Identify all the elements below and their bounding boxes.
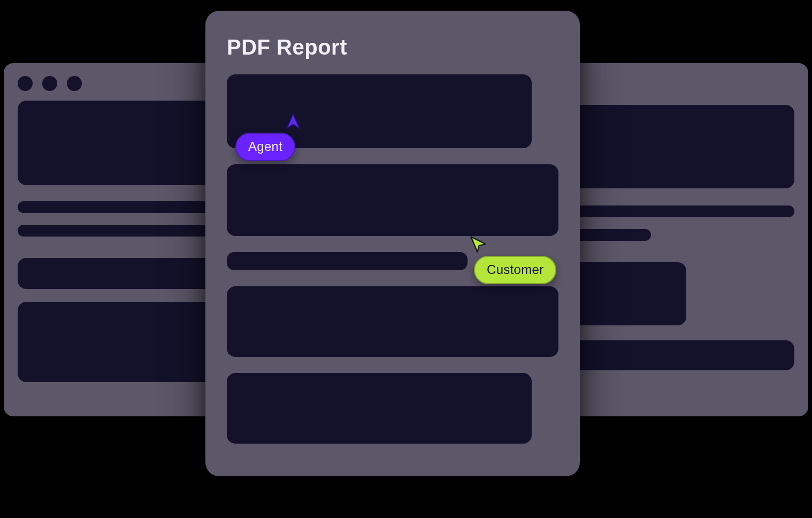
pdf-report-card: PDF Report bbox=[205, 11, 580, 476]
pdf-content-block bbox=[227, 74, 532, 148]
pdf-content-block bbox=[227, 373, 532, 444]
pdf-content-block bbox=[227, 164, 558, 236]
pdf-content-block bbox=[227, 286, 558, 357]
pdf-content-line bbox=[227, 252, 468, 270]
skeleton-line bbox=[18, 225, 229, 237]
traffic-light-dot bbox=[42, 76, 57, 91]
pdf-report-title: PDF Report bbox=[227, 35, 558, 59]
traffic-light-dot bbox=[67, 76, 82, 91]
traffic-light-dot bbox=[18, 76, 33, 91]
